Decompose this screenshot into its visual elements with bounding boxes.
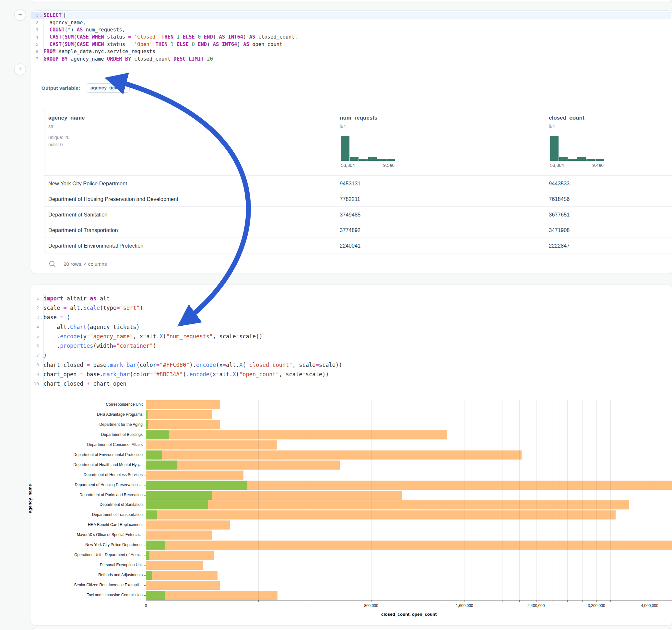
closed_count-bar[interactable] [146, 420, 220, 429]
output-variable-chip[interactable]: agency_tickets [87, 83, 130, 93]
code-line[interactable]: 3⌄base = ( [31, 313, 671, 322]
open_count-bar[interactable] [146, 481, 247, 490]
add-cell-button-middle[interactable]: + [14, 64, 26, 75]
x-axis-tick [305, 600, 305, 602]
closed_count-bar[interactable] [146, 531, 212, 539]
histogram-bar [350, 157, 359, 161]
closed_count-bar[interactable] [146, 400, 220, 409]
closed_count-bar[interactable] [146, 581, 220, 590]
code-line[interactable]: 5 CAST(SUM(CASE WHEN status = 'Open' THE… [31, 41, 671, 48]
x-axis-tick-label: 1,600,000 [456, 603, 473, 608]
line-number: 5 [31, 334, 39, 339]
histogram-bar [550, 136, 558, 161]
code-line[interactable]: 5 .encode(y="agency_name", x=alt.X("num_… [31, 332, 671, 341]
line-gutter: 1⌄ [31, 12, 44, 19]
code-line[interactable]: 4 CAST(SUM(CASE WHEN status = 'Closed' T… [31, 33, 671, 41]
x-axis-tick [464, 600, 465, 602]
table-row[interactable]: Department of Environmental Protection22… [44, 238, 672, 253]
line-number: 4 [31, 324, 39, 329]
open_count-bar[interactable] [146, 540, 165, 550]
code-text: CAST(SUM(CASE WHEN status = 'Closed' THE… [44, 34, 297, 40]
y-axis-title: agency_name [28, 484, 32, 513]
x-axis-tick-label: 0 [145, 603, 147, 608]
code-line[interactable]: 7) [31, 350, 671, 360]
open_count-bar[interactable] [146, 571, 152, 580]
column-header-agency_name[interactable]: agency_name [48, 115, 85, 121]
code-line[interactable]: 1import altair as alt [31, 294, 671, 303]
closed_count-bar[interactable] [146, 540, 672, 550]
open_count-bar[interactable] [146, 410, 147, 419]
table-cell: 7618456 [549, 196, 570, 202]
closed_count-bar[interactable] [146, 451, 522, 460]
open_count-bar[interactable] [146, 451, 162, 460]
table-cell: Department of Environmental Protection [48, 243, 143, 249]
line-number: 10 [31, 382, 39, 386]
histogram-bar [596, 159, 604, 161]
code-line[interactable]: 3 COUNT(*) AS num_requests, [31, 26, 671, 33]
code-text: COUNT(*) AS num_requests, [44, 27, 125, 33]
gridline [422, 400, 422, 600]
code-line[interactable]: 6 .properties(width="container") [31, 341, 671, 350]
code-line[interactable]: 2scale = alt.Scale(type="sqrt") [31, 303, 671, 312]
gridline [484, 400, 484, 600]
x-axis-tick [444, 600, 444, 602]
code-line[interactable]: 4 alt.Chart(agency_tickets) [31, 322, 671, 332]
closed_count-bar[interactable] [146, 470, 243, 480]
sql-editor[interactable]: 1⌄SELECT 2 agency_name,3 COUNT(*) AS num… [31, 12, 671, 63]
gridline [464, 400, 465, 600]
closed_count-bar[interactable] [146, 571, 217, 580]
code-line[interactable]: 6FROM sample_data.nyc.service_requests [31, 48, 671, 55]
histogram-bar [586, 159, 595, 161]
table-row[interactable]: Department of Sanitation37494853677651 [44, 207, 672, 222]
closed_count-bar[interactable] [146, 510, 616, 519]
code-line[interactable]: 2 agency_name, [31, 19, 671, 26]
column-header-num_requests[interactable]: num_requests [340, 115, 377, 121]
open_count-bar[interactable] [146, 510, 157, 519]
table-row[interactable]: Department of Transportation377489234719… [44, 222, 672, 238]
python-editor[interactable]: 1import altair as alt2scale = alt.Scale(… [31, 294, 671, 389]
closed_count-bar[interactable] [146, 520, 230, 530]
closed_count-bar[interactable] [146, 561, 203, 570]
code-line[interactable]: 8chart_closed = base.mark_bar(color="#FF… [31, 360, 671, 369]
open_count-bar[interactable] [146, 551, 149, 560]
code-line[interactable]: 9chart_open = base.mark_bar(color="#8BC3… [31, 369, 671, 379]
open_count-bar[interactable] [146, 461, 177, 469]
line-number: 7 [31, 353, 39, 358]
fold-chevron-icon[interactable]: ⌄ [38, 13, 44, 18]
closed_count-bar[interactable] [146, 551, 214, 560]
table-cell: 3677651 [549, 212, 570, 218]
column-type: i64 [549, 124, 555, 129]
fold-chevron-icon[interactable]: ⌄ [39, 315, 44, 319]
closed_count-bar[interactable] [146, 430, 447, 439]
table-row[interactable]: New York City Police Department945313194… [44, 175, 672, 191]
closed_count-bar[interactable] [146, 591, 278, 600]
open_count-bar[interactable] [146, 591, 165, 600]
gridline [444, 400, 444, 600]
line-number: 2 [31, 20, 38, 25]
column-header-closed_count[interactable]: closed_count [549, 115, 584, 121]
column-stat: unique: 20 [48, 135, 69, 140]
add-cell-button-top[interactable]: + [14, 9, 26, 21]
closed_count-bar[interactable] [146, 440, 277, 450]
y-axis-label: DHS Advantage Programs [39, 412, 143, 417]
table-row[interactable]: Department of Housing Preservation and D… [44, 191, 672, 207]
search-icon[interactable] [49, 260, 56, 268]
code-line[interactable]: 10chart_closed + chart_open [31, 379, 671, 389]
x-axis-tick [610, 600, 611, 602]
open_count-bar[interactable] [146, 420, 148, 429]
closed_count-bar[interactable] [146, 500, 629, 509]
open_count-bar[interactable] [146, 430, 169, 439]
code-line[interactable]: 1⌄SELECT [31, 12, 671, 19]
histogram-bar [559, 157, 568, 161]
code-text: chart_open = base.mark_bar(color="#8BC34… [44, 371, 329, 378]
gridline [597, 400, 597, 600]
open_count-bar[interactable] [146, 500, 208, 509]
y-axis-label: Department of Health and Mental Hyg… [39, 462, 143, 467]
closed_count-bar[interactable] [146, 410, 212, 419]
line-gutter: 4 [31, 33, 44, 41]
gridline [341, 400, 341, 600]
x-axis-tick [422, 600, 422, 602]
gridline [650, 400, 650, 600]
open_count-bar[interactable] [146, 491, 212, 500]
code-line[interactable]: 7GROUP BY agency_name ORDER BY closed_co… [31, 55, 671, 62]
